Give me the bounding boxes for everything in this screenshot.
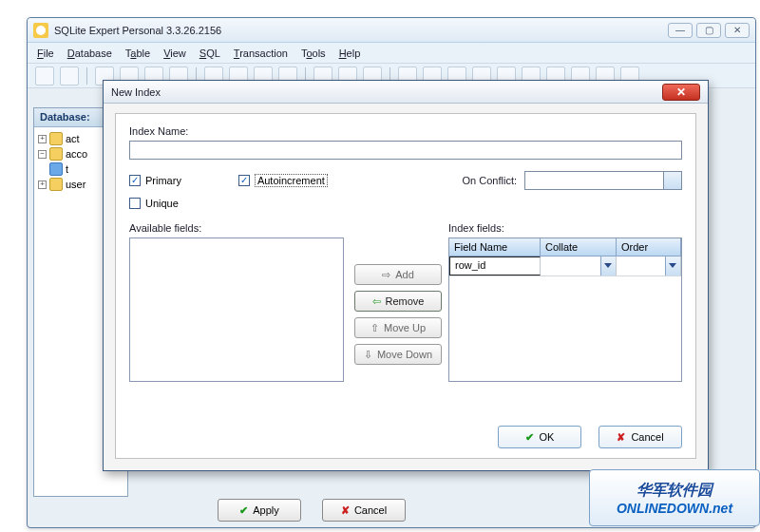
minimize-button[interactable]: — — [668, 23, 693, 38]
checkbox-icon — [129, 198, 141, 209]
toolbar-button[interactable] — [60, 66, 79, 86]
add-button[interactable]: ⇨ Add — [354, 264, 442, 285]
dialog-title: New Index — [111, 86, 662, 98]
tree-item-label: act — [66, 133, 80, 144]
dialog-body: Index Name: Primary Autoincrement On Con… — [115, 113, 696, 459]
menu-transaction[interactable]: Transaction — [234, 48, 288, 59]
remove-label: Remove — [386, 295, 425, 307]
database-icon — [49, 178, 63, 191]
cell-collate[interactable] — [541, 256, 617, 276]
cancel-label: Cancel — [631, 431, 663, 443]
index-name-label: Index Name: — [129, 125, 682, 137]
toolbar-button[interactable] — [35, 66, 54, 86]
watermark-banner: 华军软件园 ONLINEDOWN.net — [589, 469, 760, 526]
apply-button[interactable]: ✔ Apply — [218, 499, 301, 522]
expand-icon[interactable]: + — [38, 135, 47, 143]
watermark-line1: 华军软件园 — [636, 481, 712, 501]
main-titlebar: SQLite Expert Personal 3.3.26.2156 — ▢ ✕ — [28, 18, 755, 43]
new-index-dialog: New Index ✕ Index Name: Primary Autoincr… — [103, 80, 709, 471]
autoincrement-checkbox[interactable]: Autoincrement — [238, 174, 328, 187]
maximize-button[interactable]: ▢ — [696, 23, 721, 38]
tree-item-label: acco — [66, 148, 87, 160]
database-icon — [49, 147, 63, 161]
cancel-button[interactable]: ✘ Cancel — [322, 499, 406, 522]
dialog-titlebar[interactable]: New Index ✕ — [104, 81, 708, 104]
menu-table[interactable]: Table — [125, 48, 150, 59]
menu-help[interactable]: Help — [339, 48, 361, 59]
expand-icon[interactable]: + — [38, 180, 47, 189]
checkbox-icon — [129, 175, 141, 186]
remove-button[interactable]: ⇦ Remove — [354, 291, 442, 312]
main-bottom-buttons: ✔ Apply ✘ Cancel — [218, 499, 406, 522]
autoincrement-label: Autoincrement — [255, 174, 328, 187]
close-button[interactable]: ✕ — [725, 23, 750, 38]
on-conflict-label: On Conflict: — [463, 175, 517, 186]
menu-database[interactable]: Database — [67, 48, 112, 59]
menu-tools[interactable]: Tools — [301, 48, 326, 59]
available-fields-list[interactable] — [129, 238, 344, 382]
primary-checkbox[interactable]: Primary — [129, 175, 181, 186]
available-fields-label: Available fields: — [129, 222, 348, 234]
header-field-name[interactable]: Field Name — [449, 238, 541, 256]
watermark-line2: ONLINEDOWN.net — [617, 501, 732, 516]
add-label: Add — [395, 269, 414, 280]
table-icon — [49, 162, 63, 176]
index-name-input[interactable] — [129, 141, 682, 160]
chevron-down-icon[interactable] — [600, 256, 616, 276]
move-down-button[interactable]: ⇩ Move Down — [354, 344, 442, 365]
checkbox-icon — [238, 175, 250, 186]
header-collate[interactable]: Collate — [541, 238, 617, 256]
grid-header: Field Name Collate Order — [449, 238, 681, 256]
dialog-cancel-button[interactable]: ✘ Cancel — [598, 426, 682, 448]
x-icon: ✘ — [341, 504, 350, 517]
arrow-left-icon: ⇦ — [372, 295, 381, 308]
cell-order[interactable] — [617, 256, 681, 276]
app-title: SQLite Expert Personal 3.3.26.2156 — [54, 25, 668, 36]
ok-label: OK — [540, 431, 555, 443]
chevron-down-icon — [669, 178, 676, 182]
unique-checkbox[interactable]: Unique — [129, 198, 682, 209]
menu-file[interactable]: File — [37, 48, 54, 59]
dialog-close-button[interactable]: ✕ — [662, 84, 700, 101]
unique-label: Unique — [145, 198, 179, 209]
apply-label: Apply — [253, 504, 279, 516]
index-fields-grid[interactable]: Field Name Collate Order row_id — [448, 238, 682, 382]
database-icon — [49, 132, 63, 145]
menu-sql[interactable]: SQL — [200, 48, 220, 59]
arrow-down-icon: ⇩ — [364, 349, 372, 361]
header-order[interactable]: Order — [617, 238, 681, 256]
expand-icon[interactable]: − — [38, 150, 47, 159]
move-up-button[interactable]: ⇧ Move Up — [354, 317, 442, 338]
x-icon: ✘ — [617, 431, 625, 444]
cell-field-name[interactable]: row_id — [449, 256, 541, 276]
primary-label: Primary — [145, 175, 181, 186]
ok-button[interactable]: ✔ OK — [498, 426, 581, 448]
on-conflict-select[interactable] — [524, 171, 682, 190]
chevron-down-icon[interactable] — [665, 256, 680, 276]
tree-item-label: t — [66, 163, 68, 175]
check-icon: ✔ — [525, 431, 534, 444]
cancel-label: Cancel — [354, 504, 387, 516]
toolbar-separator — [86, 67, 87, 85]
tree-item-label: user — [66, 179, 86, 190]
menubar: File Database Table View SQL Transaction… — [28, 43, 755, 64]
check-icon: ✔ — [239, 504, 248, 517]
arrow-right-icon: ⇨ — [382, 269, 390, 281]
move-up-label: Move Up — [384, 322, 426, 333]
arrow-up-icon: ⇧ — [370, 322, 379, 334]
app-icon — [33, 23, 48, 38]
move-down-label: Move Down — [377, 349, 432, 360]
menu-view[interactable]: View — [163, 48, 186, 59]
grid-row[interactable]: row_id — [449, 256, 681, 276]
index-fields-label: Index fields: — [448, 222, 682, 234]
